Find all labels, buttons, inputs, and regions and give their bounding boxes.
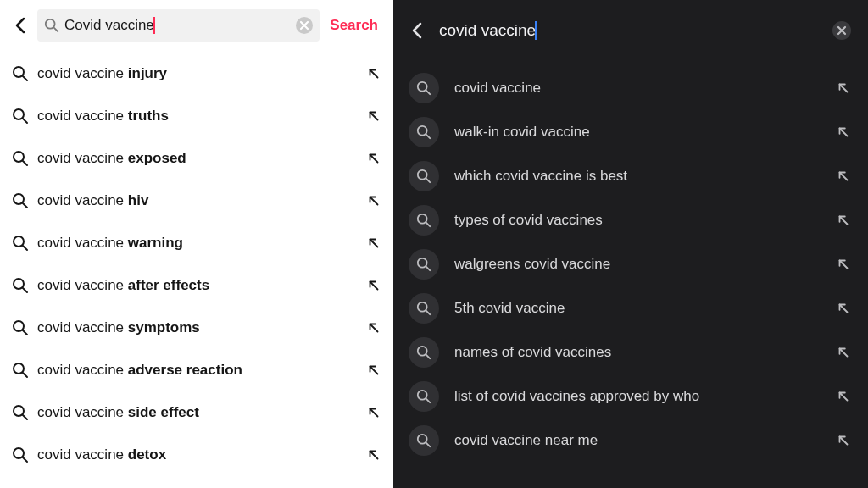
suggestion-row[interactable]: types of covid vaccines xyxy=(409,198,851,242)
insert-suggestion-button[interactable] xyxy=(836,80,851,96)
suggestion-prefix: covid vaccine xyxy=(37,362,128,378)
insert-suggestion-button[interactable] xyxy=(366,108,381,124)
search-icon xyxy=(12,192,29,209)
suggestion-row[interactable]: covid vaccine xyxy=(409,66,851,110)
suggestion-row[interactable]: covid vaccine injury xyxy=(12,53,381,95)
suggestion-text: covid vaccine adverse reaction xyxy=(37,362,358,379)
suggestion-text: covid vaccine warning xyxy=(37,235,358,252)
insert-suggestion-button[interactable] xyxy=(836,345,851,360)
arrow-up-left-icon xyxy=(366,320,381,336)
back-button[interactable] xyxy=(409,21,427,40)
search-icon xyxy=(12,446,29,463)
suggestion-prefix: covid vaccine xyxy=(37,65,128,81)
suggestion-bold: exposed xyxy=(128,150,186,166)
suggestion-row[interactable]: covid vaccine after effects xyxy=(12,264,381,307)
suggestion-prefix: covid vaccine xyxy=(37,192,128,208)
suggestion-row[interactable]: walk-in covid vaccine xyxy=(409,110,851,154)
suggestion-row[interactable]: covid vaccine symptoms xyxy=(12,307,381,349)
back-button[interactable] xyxy=(12,16,31,35)
insert-suggestion-button[interactable] xyxy=(366,193,381,208)
search-icon xyxy=(12,235,29,252)
suggestion-prefix: covid vaccine xyxy=(37,235,128,251)
search-icon xyxy=(409,161,439,191)
suggestion-row[interactable]: covid vaccine detox xyxy=(12,434,381,476)
suggestion-row[interactable]: which covid vaccine is best xyxy=(409,154,851,198)
insert-suggestion-button[interactable] xyxy=(366,236,381,251)
insert-suggestion-button[interactable] xyxy=(366,405,381,420)
search-icon xyxy=(12,277,29,294)
arrow-up-left-icon xyxy=(366,447,381,463)
search-header: covid vaccine xyxy=(409,7,851,54)
search-input[interactable]: Covid vaccine xyxy=(64,17,291,35)
insert-suggestion-button[interactable] xyxy=(836,433,851,448)
suggestion-row[interactable]: covid vaccine hiv xyxy=(12,180,381,222)
insert-suggestion-button[interactable] xyxy=(366,363,381,378)
close-icon xyxy=(298,19,311,32)
insert-suggestion-button[interactable] xyxy=(366,278,381,293)
insert-suggestion-button[interactable] xyxy=(836,169,851,184)
suggestion-bold: injury xyxy=(128,65,167,81)
search-icon xyxy=(409,337,439,368)
suggestion-text: covid vaccine detox xyxy=(37,446,358,463)
clear-button[interactable] xyxy=(296,17,313,34)
suggestion-bold: hiv xyxy=(128,192,149,208)
suggestion-row[interactable]: list of covid vaccines approved by who xyxy=(409,374,851,419)
suggestion-row[interactable]: covid vaccine truths xyxy=(12,95,381,137)
suggestion-row[interactable]: walgreens covid vaccine xyxy=(409,242,851,286)
search-icon xyxy=(409,425,439,456)
suggestion-text: which covid vaccine is best xyxy=(454,168,821,185)
suggestion-text: covid vaccine hiv xyxy=(37,192,358,209)
text-caret xyxy=(153,17,155,34)
arrow-up-left-icon xyxy=(366,405,381,420)
search-icon xyxy=(409,381,439,412)
insert-suggestion-button[interactable] xyxy=(836,125,851,140)
search-button[interactable]: Search xyxy=(326,17,381,34)
search-header: Covid vaccine Search xyxy=(12,7,381,44)
suggestion-text: 5th covid vaccine xyxy=(454,300,821,317)
suggestion-text: covid vaccine truths xyxy=(37,108,358,125)
arrow-up-left-icon xyxy=(836,125,851,140)
insert-suggestion-button[interactable] xyxy=(836,389,851,404)
suggestion-text: types of covid vaccines xyxy=(454,212,821,229)
suggestion-list: covid vaccine injurycovid vaccine truths… xyxy=(12,44,381,476)
insert-suggestion-button[interactable] xyxy=(836,213,851,228)
arrow-up-left-icon xyxy=(836,257,851,272)
suggestion-bold: after effects xyxy=(128,277,209,293)
suggestion-row[interactable]: covid vaccine warning xyxy=(12,222,381,264)
suggestion-row[interactable]: covid vaccine adverse reaction xyxy=(12,349,381,391)
suggestion-text: covid vaccine xyxy=(454,80,821,97)
suggestion-row[interactable]: covid vaccine near me xyxy=(409,419,851,463)
suggestion-text: list of covid vaccines approved by who xyxy=(454,388,821,405)
suggestion-row[interactable]: covid vaccine exposed xyxy=(12,137,381,180)
search-input[interactable]: covid vaccine xyxy=(439,21,821,41)
suggestion-prefix: covid vaccine xyxy=(37,150,128,166)
insert-suggestion-button[interactable] xyxy=(836,257,851,272)
search-box[interactable]: Covid vaccine xyxy=(37,9,320,42)
insert-suggestion-button[interactable] xyxy=(366,151,381,166)
arrow-up-left-icon xyxy=(366,151,381,166)
text-caret xyxy=(535,21,537,40)
suggestion-prefix: covid vaccine xyxy=(37,277,128,293)
suggestion-text: covid vaccine symptoms xyxy=(37,319,358,336)
insert-suggestion-button[interactable] xyxy=(366,447,381,463)
insert-suggestion-button[interactable] xyxy=(366,66,381,81)
suggestion-bold: warning xyxy=(128,235,183,251)
search-input-value: Covid vaccine xyxy=(64,17,154,33)
suggestion-text: covid vaccine side effect xyxy=(37,404,358,421)
suggestion-row[interactable]: covid vaccine side effect xyxy=(12,391,381,434)
light-search-panel: Covid vaccine Search covid vaccine injur… xyxy=(0,0,393,488)
suggestion-text: names of covid vaccines xyxy=(454,344,821,361)
clear-button[interactable] xyxy=(832,21,851,40)
suggestion-text: covid vaccine injury xyxy=(37,65,358,82)
insert-suggestion-button[interactable] xyxy=(366,320,381,336)
arrow-up-left-icon xyxy=(366,66,381,81)
suggestion-text: walk-in covid vaccine xyxy=(454,124,821,141)
suggestion-row[interactable]: names of covid vaccines xyxy=(409,330,851,374)
suggestion-prefix: covid vaccine xyxy=(37,319,128,336)
search-icon xyxy=(409,73,439,103)
suggestion-text: covid vaccine exposed xyxy=(37,150,358,167)
search-icon xyxy=(409,205,439,236)
insert-suggestion-button[interactable] xyxy=(836,301,851,316)
suggestion-row[interactable]: 5th covid vaccine xyxy=(409,286,851,330)
suggestion-prefix: covid vaccine xyxy=(37,446,128,463)
